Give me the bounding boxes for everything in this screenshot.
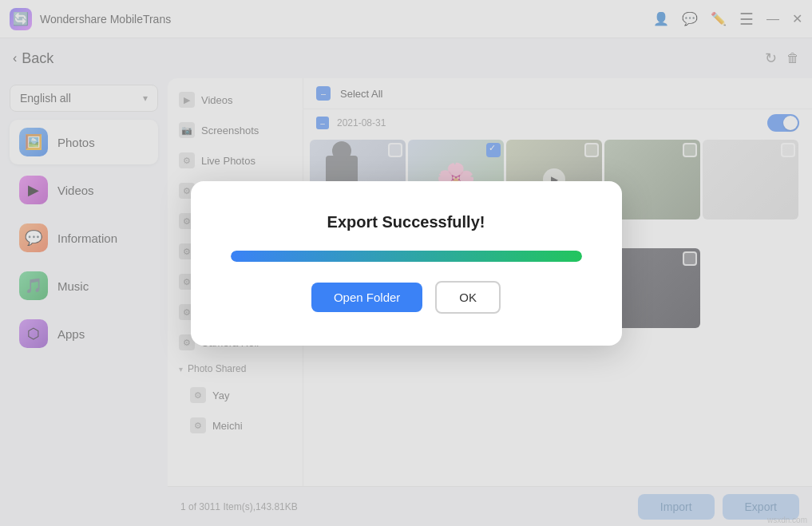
modal-overlay: Export Successfully! Open Folder OK (0, 0, 812, 526)
open-folder-button[interactable]: Open Folder (311, 283, 422, 312)
app-body: ‹ Back ↻ 🗑 English all ▾ 🖼️ Photos ▶ Vid… (0, 38, 812, 526)
progress-bar-container (231, 251, 582, 262)
export-success-modal: Export Successfully! Open Folder OK (191, 181, 622, 346)
modal-title: Export Successfully! (327, 213, 485, 231)
ok-button[interactable]: OK (435, 281, 501, 314)
progress-bar-fill (231, 251, 582, 262)
modal-actions: Open Folder OK (311, 281, 501, 314)
